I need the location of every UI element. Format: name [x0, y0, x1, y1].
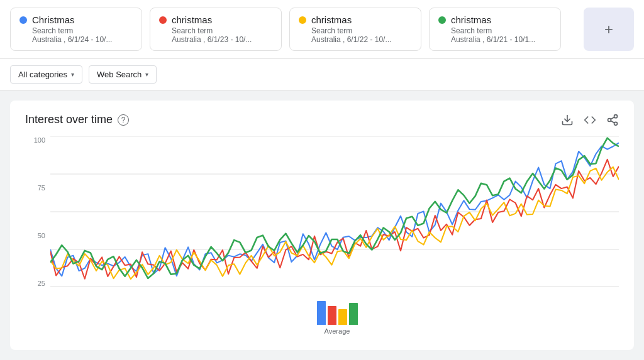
chart-wrapper: 100755025 — [25, 136, 619, 290]
svg-line-4 — [611, 121, 614, 123]
embed-icon[interactable] — [584, 114, 596, 126]
avg-bar-3 — [338, 309, 347, 325]
y-label-100: 100 — [34, 136, 45, 144]
average-section: Average — [25, 295, 619, 335]
chart-svg-container — [50, 136, 619, 290]
card-dot-3 — [299, 16, 306, 24]
card-type-4: Search term — [438, 26, 552, 35]
top-bar: Christmas Search term Australia , 6/1/24… — [0, 0, 644, 59]
section-title: Interest over time — [25, 113, 113, 126]
card-dot-1 — [19, 16, 27, 24]
card-region-3: Australia , 6/1/22 - 10/... — [299, 35, 412, 44]
add-comparison-button[interactable]: + — [584, 8, 634, 51]
card-region-4: Australia , 6/1/21 - 10/1... — [438, 35, 552, 44]
search-type-chevron-icon: ▾ — [145, 71, 148, 78]
card-type-1: Search term — [19, 26, 133, 35]
card-dot-4 — [438, 16, 446, 24]
search-card-4[interactable]: christmas Search term Australia , 6/1/21… — [429, 8, 561, 51]
help-icon[interactable]: ? — [118, 114, 129, 126]
search-type-filter-label: Web Search — [97, 70, 142, 79]
card-term-2: christmas — [172, 14, 212, 25]
search-card-1[interactable]: Christmas Search term Australia , 6/1/24… — [10, 8, 142, 51]
search-card-2[interactable]: christmas Search term Australia , 6/1/23… — [150, 8, 282, 51]
card-type-3: Search term — [299, 26, 412, 35]
card-dot-2 — [159, 16, 167, 24]
average-label: Average — [325, 327, 350, 335]
categories-filter-label: All categories — [18, 70, 67, 79]
y-label-50: 50 — [38, 232, 45, 239]
y-label-25: 25 — [38, 280, 45, 287]
toolbar-icons — [561, 114, 619, 126]
average-bars — [317, 295, 358, 325]
card-region-2: Australia , 6/1/23 - 10/... — [159, 35, 272, 44]
search-card-3[interactable]: christmas Search term Australia , 6/1/22… — [289, 8, 421, 51]
y-axis: 100755025 — [25, 136, 50, 287]
section-header: Interest over time ? — [25, 113, 619, 126]
share-icon[interactable] — [606, 114, 619, 126]
main-content: Interest over time ? — [10, 101, 634, 350]
plus-icon: + — [604, 21, 613, 38]
card-term-1: Christmas — [32, 14, 75, 25]
download-icon[interactable] — [561, 114, 574, 126]
categories-filter-button[interactable]: All categories ▾ — [10, 65, 82, 84]
avg-bar-2 — [328, 306, 336, 325]
card-type-2: Search term — [159, 26, 272, 35]
categories-chevron-icon: ▾ — [71, 71, 74, 78]
card-region-1: Australia , 6/1/24 - 10/... — [19, 35, 133, 44]
section-title-group: Interest over time ? — [25, 113, 129, 126]
filter-bar: All categories ▾ Web Search ▾ — [0, 59, 644, 90]
card-term-3: christmas — [311, 14, 352, 25]
avg-bar-4 — [349, 303, 358, 325]
svg-line-5 — [611, 117, 614, 119]
card-term-4: christmas — [451, 14, 491, 25]
y-label-75: 75 — [38, 184, 45, 192]
search-type-filter-button[interactable]: Web Search ▾ — [89, 65, 157, 84]
avg-bar-1 — [317, 301, 326, 325]
search-cards-container: Christmas Search term Australia , 6/1/24… — [10, 8, 576, 51]
